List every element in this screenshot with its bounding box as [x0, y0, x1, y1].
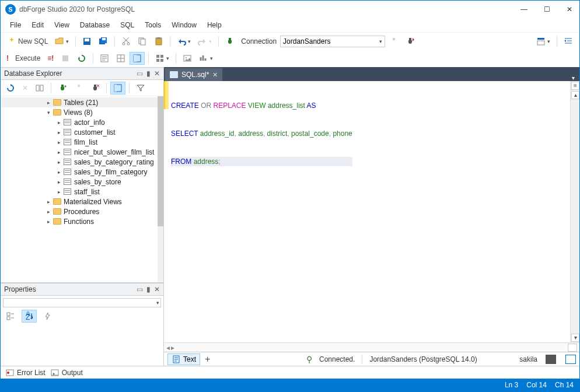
filter-button[interactable]	[133, 82, 148, 94]
expand-icon[interactable]: ▸	[45, 199, 52, 205]
menu-window[interactable]: Window	[167, 20, 201, 30]
close-button[interactable]: ✕	[564, 5, 575, 13]
pin-icon[interactable]: ▮	[146, 69, 151, 78]
result-mode-grid-icon[interactable]	[546, 355, 556, 364]
hscroll-right-icon[interactable]	[568, 344, 577, 352]
expand-icon[interactable]: ▸	[45, 100, 52, 106]
tree-node[interactable]: ▸customer_list	[1, 127, 163, 137]
execute-button[interactable]: Execute	[12, 52, 43, 64]
chart-dropdown-button[interactable]: ▾	[196, 52, 216, 65]
tree-view[interactable]: ▸Tables (21)▾Views (8)▸actor_info▸custom…	[1, 96, 163, 282]
new-connection-button[interactable]	[55, 82, 70, 94]
close-panel-icon[interactable]: ✕	[154, 69, 160, 78]
expand-icon[interactable]: ▸	[55, 149, 62, 155]
tab-close-icon[interactable]: ✕	[212, 71, 218, 79]
categorize-button[interactable]	[3, 310, 18, 323]
disconnect-all-button[interactable]	[403, 35, 418, 48]
expand-icon[interactable]: ▸	[55, 120, 62, 125]
redo-button[interactable]: ▾	[195, 35, 215, 48]
paste-button[interactable]	[151, 35, 166, 48]
menu-help[interactable]: Help	[202, 20, 226, 30]
save-all-button[interactable]	[96, 35, 111, 48]
maximize-button[interactable]: ☐	[541, 5, 553, 13]
expand-icon[interactable]: ▸	[55, 189, 62, 195]
sort-alpha-button[interactable]: AZ	[22, 310, 37, 323]
disconnect-tree-button[interactable]	[71, 82, 86, 94]
scroll-down-icon[interactable]: ▾	[571, 334, 579, 342]
window-position-icon[interactable]: ▭	[137, 285, 143, 293]
connect-button[interactable]	[222, 35, 237, 48]
connection-select[interactable]: JordanSanders ▾	[280, 36, 385, 47]
split-toggle-icon[interactable]: ≡	[571, 82, 579, 90]
expand-icon[interactable]: ▾	[45, 110, 52, 116]
new-sql-button[interactable]: New SQL	[4, 35, 51, 48]
undo-button[interactable]: ▾	[174, 35, 194, 48]
open-dropdown-button[interactable]: ▾	[52, 35, 72, 48]
stop-button[interactable]	[58, 52, 73, 65]
menu-file[interactable]: File	[5, 20, 26, 30]
error-list-tab[interactable]: Error List	[5, 368, 46, 377]
tree-node[interactable]: ▸nicer_but_slower_film_list	[1, 147, 163, 157]
refresh-tree-button[interactable]	[3, 82, 18, 94]
copy-button[interactable]	[135, 35, 150, 48]
cut-button[interactable]	[118, 35, 134, 48]
menu-database[interactable]: Database	[75, 20, 114, 30]
tree-node[interactable]: ▾Views (8)	[1, 107, 163, 117]
add-view-button[interactable]: +	[205, 354, 210, 365]
results-dropdown-button[interactable]: ▾	[152, 52, 172, 65]
tabs-overflow-icon[interactable]: ▾	[567, 75, 579, 81]
save-button[interactable]	[79, 35, 95, 48]
indent-button[interactable]	[561, 35, 576, 48]
window-position-icon[interactable]: ▭	[137, 69, 143, 78]
expand-icon[interactable]: ▸	[55, 169, 62, 175]
events-button[interactable]	[40, 310, 55, 323]
result-mode-text-icon[interactable]	[565, 355, 576, 364]
show-grid-button[interactable]	[113, 52, 128, 65]
output-tab[interactable]: Output	[50, 368, 83, 377]
delete-node-button[interactable]: ✕	[19, 82, 31, 94]
show-pivot-button[interactable]	[130, 52, 145, 65]
menu-sql[interactable]: SQL	[116, 20, 139, 30]
editor-hscrollbar[interactable]: ◂▸	[164, 342, 579, 352]
columns-button[interactable]	[32, 82, 47, 94]
expand-icon[interactable]: ▸	[55, 159, 62, 165]
disconnect-button[interactable]	[386, 35, 401, 48]
tree-node[interactable]: ▸Materialized Views	[1, 197, 163, 206]
expand-icon[interactable]: ▸	[55, 130, 62, 135]
scroll-up-icon[interactable]: ▴	[571, 91, 579, 99]
tree-node[interactable]: ▸film_list	[1, 137, 163, 147]
tree-node[interactable]: ▸Tables (21)	[1, 97, 163, 107]
minimize-button[interactable]: —	[518, 5, 530, 13]
execute-to-cursor-button[interactable]: ≡!	[44, 52, 57, 64]
text-view-tab[interactable]: Text	[167, 354, 200, 365]
tree-node[interactable]: ▸sales_by_film_category	[1, 167, 163, 177]
tree-node[interactable]: ▸sales_by_category_rating	[1, 157, 163, 167]
show-text-button[interactable]	[97, 52, 112, 65]
remove-connection-button[interactable]	[88, 82, 103, 94]
image-button[interactable]	[180, 52, 195, 65]
collapse-all-button[interactable]	[110, 82, 125, 94]
scroll-left-icon[interactable]: ◂	[166, 344, 170, 352]
code-editor[interactable]: CREATE OR REPLACE VIEW address_list AS S…	[164, 81, 579, 342]
close-panel-icon[interactable]: ✕	[154, 285, 160, 293]
layout-dropdown-button[interactable]: ▾	[533, 35, 553, 48]
tree-node[interactable]: ▸actor_info	[1, 117, 163, 127]
menu-view[interactable]: View	[50, 20, 74, 30]
scroll-right-icon[interactable]: ▸	[171, 344, 174, 352]
expand-icon[interactable]: ▸	[45, 209, 52, 215]
editor-vscrollbar[interactable]: ≡ ▴ ▾	[570, 81, 579, 342]
menu-tools[interactable]: Tools	[140, 20, 166, 30]
expand-icon[interactable]: ▸	[45, 219, 52, 225]
tab-sql-file[interactable]: SQL.sql* ✕	[165, 68, 222, 81]
properties-selector[interactable]: ▾	[3, 298, 161, 307]
expand-icon[interactable]: ▸	[55, 179, 62, 185]
pin-icon[interactable]: ▮	[146, 285, 151, 293]
expand-icon[interactable]: ▸	[55, 139, 62, 145]
tree-node[interactable]: ▸Procedures	[1, 206, 163, 216]
tree-node[interactable]: ▸Functions	[1, 216, 163, 226]
menu-edit[interactable]: Edit	[27, 20, 48, 30]
tree-node[interactable]: ▸sales_by_store	[1, 177, 163, 187]
tree-node[interactable]: ▸staff_list	[1, 187, 163, 197]
refresh-exec-button[interactable]	[74, 52, 89, 65]
code-content[interactable]: CREATE OR REPLACE VIEW address_list AS S…	[169, 81, 355, 342]
